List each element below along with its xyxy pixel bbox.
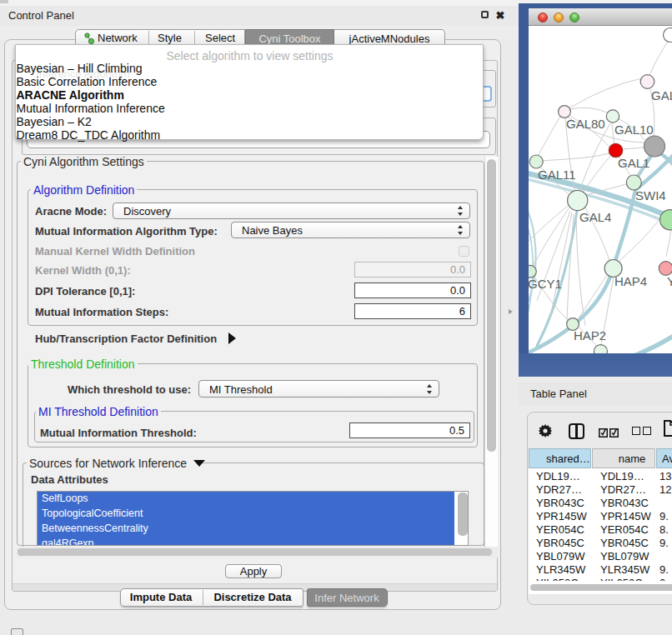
svg-text:GAL11: GAL11	[538, 168, 576, 182]
svg-text:GAL2: GAL2	[651, 88, 672, 102]
svg-text:SWI4: SWI4	[635, 188, 666, 202]
svg-text:GCY1: GCY1	[529, 277, 562, 291]
svg-text:GAL1: GAL1	[618, 156, 649, 170]
svg-text:GAL4: GAL4	[579, 210, 611, 224]
svg-text:GAL10: GAL10	[614, 122, 654, 137]
svg-text:GAL80: GAL80	[566, 117, 605, 131]
svg-text:HAP4: HAP4	[614, 274, 647, 288]
svg-text:Y: Y	[667, 274, 672, 288]
svg-text:HAP2: HAP2	[574, 328, 606, 342]
